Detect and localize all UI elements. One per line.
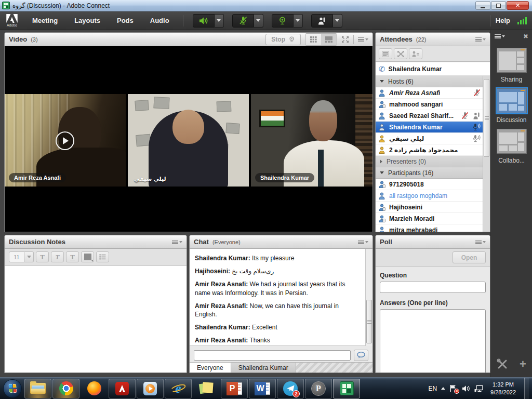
attendee-status-view-button[interactable] <box>409 48 422 59</box>
webcam-button[interactable] <box>272 14 294 28</box>
bullet-list-button[interactable] <box>96 251 109 262</box>
stop-webcam-button[interactable]: Stop <box>265 34 301 45</box>
attendee-row[interactable]: mahmood sangari <box>376 99 490 110</box>
taskbar-telegram[interactable]: 2 <box>277 379 304 398</box>
microphone-dropdown[interactable] <box>254 14 263 28</box>
notes-editor[interactable] <box>5 266 187 373</box>
taskbar-chrome[interactable] <box>52 379 79 398</box>
speaker-dropdown[interactable] <box>215 14 224 28</box>
chat-scrollbar[interactable] <box>365 249 373 346</box>
chat-input[interactable] <box>194 350 351 361</box>
poll-open-button[interactable]: Open <box>453 251 486 263</box>
taskbar-clock[interactable]: 1:32 PM 9/28/2022 <box>487 381 519 396</box>
webcam-dropdown[interactable] <box>294 14 303 28</box>
bullet-list-icon <box>99 254 106 260</box>
italic-button[interactable]: T <box>51 251 64 262</box>
attendees-pod-menu-icon[interactable] <box>475 37 486 42</box>
restore-button[interactable] <box>491 1 506 10</box>
taskbar-psiphon[interactable]: P <box>305 379 332 398</box>
poll-question-label: Question <box>380 272 486 279</box>
taskbar-acrobat[interactable] <box>109 379 136 398</box>
layout-tools-icon[interactable] <box>497 358 508 370</box>
fullscreen-icon[interactable] <box>341 36 349 43</box>
language-indicator[interactable]: EN <box>428 385 437 392</box>
font-size-box[interactable]: 11 <box>9 251 24 262</box>
phone-attendee-row[interactable]: ✆ Shailendra Kumar <box>376 62 490 76</box>
notes-pod-menu-icon[interactable] <box>172 240 182 244</box>
start-button[interactable] <box>3 379 22 398</box>
layout-bar-menu-icon[interactable] <box>495 34 505 38</box>
menu-layouts[interactable]: Layouts <box>66 11 109 30</box>
taskbar-powerpoint[interactable]: P <box>221 379 248 398</box>
layout-bar-close-icon[interactable]: ✖ <box>523 33 528 40</box>
chat-input-row <box>190 346 373 364</box>
attendee-row[interactable]: Saeed Rezaei Sharif... <box>376 110 490 122</box>
taskbar-sticky-notes[interactable] <box>193 379 220 398</box>
font-size-dropdown[interactable] <box>24 251 34 262</box>
attendee-row[interactable]: mitra mehrabadi <box>376 224 490 232</box>
breakout-view-button[interactable] <box>394 48 407 59</box>
show-desktop-button[interactable] <box>524 378 529 399</box>
menu-audio[interactable]: Audio <box>142 11 178 30</box>
raise-hand-dropdown[interactable] <box>333 14 342 28</box>
help-menu[interactable]: Help <box>496 17 510 24</box>
poll-answers-textarea[interactable] <box>380 309 486 373</box>
attendee-row[interactable]: محمدجواد هاشم زاده 2 <box>376 144 490 156</box>
raise-hand-button[interactable] <box>311 14 333 28</box>
breakout-view-icon <box>397 51 404 57</box>
menu-pods[interactable]: Pods <box>109 11 142 30</box>
chat-tab-everyone[interactable]: Everyone <box>190 362 231 373</box>
layout-item-sharing[interactable]: Sharing <box>491 48 532 83</box>
add-layout-icon[interactable]: + <box>520 358 526 370</box>
network-icon[interactable] <box>474 385 483 392</box>
attendee-row[interactable]: 9712905018 <box>376 179 490 190</box>
poll-pod-menu-icon[interactable] <box>475 240 486 244</box>
minimize-button[interactable] <box>475 1 490 10</box>
taskbar-ie[interactable]: e <box>165 379 192 398</box>
bold-button[interactable]: T <box>36 251 49 262</box>
action-center-flag-icon[interactable]: ✕ <box>449 384 458 393</box>
speaker-button[interactable] <box>193 14 215 28</box>
hosts-section-header[interactable]: Hosts (6) <box>376 76 490 87</box>
taskbar-explorer[interactable] <box>24 379 51 398</box>
scrollbar-thumb[interactable] <box>484 79 489 157</box>
chat-tab-shailendra[interactable]: Shailendra Kumar <box>231 362 296 373</box>
attendee-row[interactable]: Hajihoseini <box>376 202 490 213</box>
send-message-button[interactable] <box>354 350 368 361</box>
taskbar-adobe-connect[interactable] <box>333 379 360 398</box>
close-button[interactable]: ✕ <box>507 1 529 10</box>
video-count: (3) <box>31 36 37 43</box>
system-tray: EN ✕ 1:32 PM 9/28/2022 <box>428 378 531 399</box>
taskbar-word[interactable]: W <box>249 379 276 398</box>
video-pod-header: Video (3) Stop <box>5 33 373 46</box>
play-overlay-icon[interactable] <box>56 131 74 150</box>
participants-section-header[interactable]: Participants (16) <box>376 167 490 179</box>
taskbar-firefox[interactable] <box>81 379 108 398</box>
menu-meeting[interactable]: Meeting <box>24 11 66 30</box>
attendee-row[interactable]: ليلي سيفي <box>376 133 490 144</box>
attendee-row[interactable]: Marzieh Moradi <box>376 213 490 224</box>
attendee-row[interactable]: ali rastgoo moghdam <box>376 190 490 202</box>
underline-button[interactable]: T <box>66 251 79 262</box>
attendees-scrollbar[interactable] <box>483 76 490 232</box>
taskbar-wmp[interactable] <box>137 379 164 398</box>
show-hidden-icons-button[interactable] <box>441 387 445 390</box>
chat-pod-title: Chat <box>194 238 209 246</box>
text-color-button[interactable] <box>81 251 94 262</box>
attendee-list-view-button[interactable] <box>379 48 392 59</box>
chat-pod-menu-icon[interactable] <box>358 240 368 244</box>
attendee-row[interactable]: Amir Reza Asnafi <box>376 87 490 99</box>
video-pod-menu-icon[interactable] <box>358 37 368 42</box>
filmstrip-view-button[interactable] <box>321 34 337 45</box>
scrollbar-thumb[interactable] <box>366 300 372 343</box>
attendee-row-selected[interactable]: Shailendra Kumar <box>376 122 490 133</box>
microphone-muted-button[interactable] <box>232 14 254 28</box>
layout-item-discussion[interactable]: Discussion <box>491 88 532 124</box>
grid-view-button[interactable] <box>305 34 321 45</box>
window-title: گروه (Discussion) - Adobe Connect <box>12 2 110 9</box>
chat-message-list[interactable]: Shailendra Kumar: Its my pleasure Hajiho… <box>190 249 373 346</box>
layout-item-collaboration[interactable]: Collabo... <box>491 129 532 164</box>
volume-icon[interactable] <box>462 385 470 392</box>
presenters-section-header[interactable]: Presenters (0) <box>376 156 490 167</box>
poll-question-input[interactable] <box>380 282 486 293</box>
